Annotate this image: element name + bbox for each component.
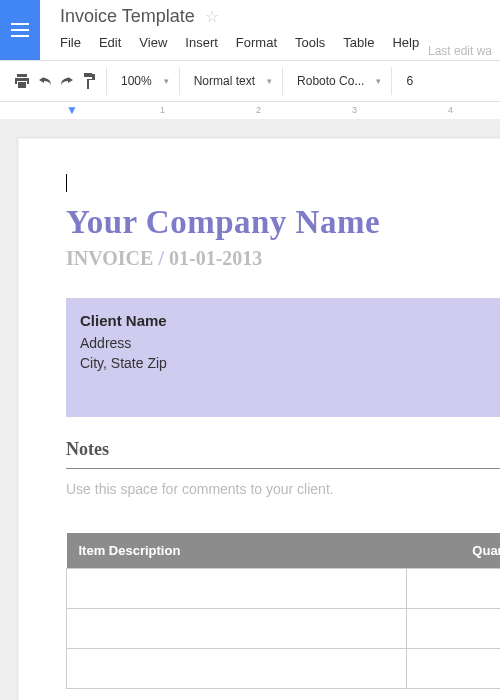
menu-view[interactable]: View xyxy=(139,35,167,50)
document-canvas[interactable]: Your Company Name INVOICE / 01-01-2013 C… xyxy=(0,120,500,700)
chevron-down-icon: ▾ xyxy=(376,76,381,86)
font-value: Roboto Co... xyxy=(297,74,364,88)
chevron-down-icon: ▾ xyxy=(267,76,272,86)
items-table[interactable]: Item Description Quanti xyxy=(66,533,500,689)
column-header-quantity: Quanti xyxy=(407,533,501,569)
menu-edit[interactable]: Edit xyxy=(99,35,121,50)
chevron-down-icon: ▾ xyxy=(164,76,169,86)
notes-heading[interactable]: Notes xyxy=(66,439,500,460)
menu-format[interactable]: Format xyxy=(236,35,277,50)
menu-table[interactable]: Table xyxy=(343,35,374,50)
print-icon[interactable] xyxy=(14,74,30,88)
table-row[interactable] xyxy=(67,609,501,649)
client-name: Client Name xyxy=(80,312,500,329)
paint-format-icon[interactable] xyxy=(82,73,96,89)
svg-rect-0 xyxy=(11,23,29,25)
zoom-value: 100% xyxy=(121,74,152,88)
horizontal-ruler[interactable]: ▼ 1 2 3 4 xyxy=(0,102,500,120)
document-page[interactable]: Your Company Name INVOICE / 01-01-2013 C… xyxy=(18,138,500,700)
last-edit-label[interactable]: Last edit wa xyxy=(428,44,492,58)
ruler-tick: 1 xyxy=(160,105,165,115)
text-cursor xyxy=(66,174,67,192)
paragraph-style-dropdown[interactable]: Normal text ▾ xyxy=(184,67,283,95)
svg-rect-1 xyxy=(11,29,29,31)
table-row[interactable] xyxy=(67,649,501,689)
menu-help[interactable]: Help xyxy=(392,35,419,50)
redo-icon[interactable] xyxy=(60,75,74,87)
ruler-tick: 4 xyxy=(448,105,453,115)
hamburger-icon xyxy=(11,23,29,37)
client-address: Address xyxy=(80,335,500,351)
menu-tools[interactable]: Tools xyxy=(295,35,325,50)
table-row[interactable] xyxy=(67,569,501,609)
svg-rect-2 xyxy=(11,35,29,37)
toolbar: 100% ▾ Normal text ▾ Roboto Co... ▾ 6 xyxy=(0,60,500,102)
invoice-line[interactable]: INVOICE / 01-01-2013 xyxy=(66,247,500,270)
ruler-tick: 2 xyxy=(256,105,261,115)
indent-marker-icon[interactable]: ▼ xyxy=(66,103,78,117)
notes-placeholder-text[interactable]: Use this space for comments to your clie… xyxy=(66,481,500,497)
column-header-item: Item Description xyxy=(67,533,407,569)
invoice-label: INVOICE xyxy=(66,247,153,269)
document-title[interactable]: Invoice Template xyxy=(60,6,195,27)
paragraph-style-value: Normal text xyxy=(194,74,255,88)
undo-icon[interactable] xyxy=(38,75,52,87)
font-dropdown[interactable]: Roboto Co... ▾ xyxy=(287,67,392,95)
notes-divider xyxy=(66,468,500,469)
client-info-box[interactable]: Client Name Address City, State Zip xyxy=(66,298,500,417)
zoom-dropdown[interactable]: 100% ▾ xyxy=(111,67,180,95)
menu-insert[interactable]: Insert xyxy=(185,35,218,50)
font-size-input[interactable]: 6 xyxy=(396,67,423,95)
ruler-tick: 3 xyxy=(352,105,357,115)
company-name-heading[interactable]: Your Company Name xyxy=(66,204,500,241)
client-city-state-zip: City, State Zip xyxy=(80,355,500,371)
invoice-slash: / xyxy=(158,247,169,269)
star-icon[interactable]: ☆ xyxy=(205,7,219,26)
font-size-value: 6 xyxy=(406,74,413,88)
main-menu-button[interactable] xyxy=(0,0,40,60)
menu-file[interactable]: File xyxy=(60,35,81,50)
invoice-date: 01-01-2013 xyxy=(169,247,262,269)
